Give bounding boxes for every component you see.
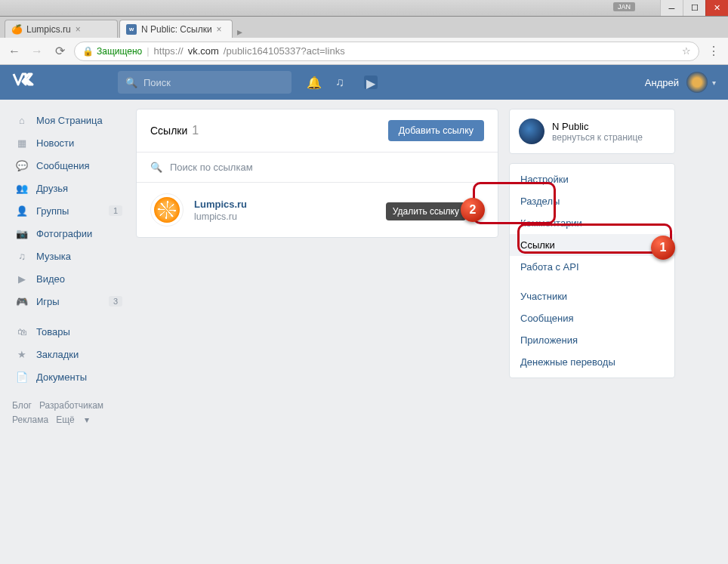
nav-label: Игры [36, 296, 60, 307]
settings-sections[interactable]: Разделы [510, 190, 674, 212]
footer-more[interactable]: Ещё ▾ [56, 415, 89, 425]
browser-tab-vk[interactable]: w N Public: Ссылки × [119, 20, 233, 38]
link-subtitle: lumpics.ru [194, 211, 247, 222]
search-icon: 🔍 [125, 77, 137, 88]
panel-header: Ссылки 1 Добавить ссылку [137, 109, 498, 153]
nav-market[interactable]: 🛍Товары [12, 320, 125, 343]
vk-header: 🔍 Поиск 🔔 ♫ ▶ Андрей ▾ [0, 65, 728, 100]
chevron-down-icon[interactable]: ▾ [712, 79, 716, 87]
group-name: N Public [552, 121, 643, 132]
group-avatar [519, 119, 544, 144]
camera-icon: 📷 [15, 227, 29, 240]
search-placeholder: Поиск по ссылкам [170, 162, 253, 173]
nav-games[interactable]: 🎮Игры3 [12, 290, 125, 313]
delete-tooltip: Удалить ссылку [386, 202, 466, 220]
vk-logo[interactable] [12, 71, 118, 94]
links-search[interactable]: 🔍 Поиск по ссылкам [137, 153, 498, 183]
nav-photos[interactable]: 📷Фотографии [12, 222, 125, 245]
nav-badge: 1 [109, 205, 122, 216]
window-minimize-button[interactable]: ─ [660, 0, 683, 16]
settings-money[interactable]: Денежные переводы [510, 351, 674, 373]
nav-friends[interactable]: 👥Друзья [12, 177, 125, 199]
menu-icon[interactable]: ⋮ [705, 43, 722, 60]
nav-messages[interactable]: 💬Сообщения [12, 154, 125, 177]
panel-title: Ссылки [150, 125, 187, 137]
tab-title: N Public: Ссылки [141, 24, 212, 35]
orange-icon: 🍊 [11, 24, 22, 35]
nav-groups[interactable]: 👤Группы1 [12, 199, 125, 222]
back-button[interactable]: ← [6, 43, 23, 60]
panel-count: 1 [192, 124, 199, 137]
username[interactable]: Андрей [645, 77, 679, 88]
settings-api[interactable]: Работа с API [510, 256, 674, 278]
settings-links[interactable]: Ссылки [510, 234, 674, 256]
close-icon[interactable]: × [76, 24, 81, 35]
nav-label: Группы [36, 205, 69, 217]
window-close-button[interactable]: ✕ [705, 0, 728, 16]
close-icon[interactable]: × [217, 24, 222, 35]
url-proto: https:// [154, 45, 184, 57]
header-search[interactable]: 🔍 Поиск [118, 71, 292, 94]
bag-icon: 🛍 [15, 325, 29, 338]
settings-main[interactable]: Настройки [510, 168, 674, 190]
nav-label: Видео [36, 273, 65, 285]
settings-comments[interactable]: Комментарии [510, 212, 674, 234]
nav-news[interactable]: ▦Новости [12, 131, 125, 154]
nav-label: Друзья [36, 183, 68, 194]
nav-music[interactable]: ♫Музыка [12, 245, 125, 267]
settings-messages[interactable]: Сообщения [510, 307, 674, 329]
lock-icon: 🔒 Защищено [82, 46, 142, 57]
play-icon[interactable]: ▶ [364, 76, 378, 89]
reload-button[interactable]: ⟳ [51, 43, 68, 60]
star-icon: ★ [15, 347, 29, 361]
footer-blog[interactable]: Блог [12, 400, 32, 411]
video-icon: ▶ [15, 272, 29, 285]
home-icon: ⌂ [15, 113, 29, 127]
music-icon: ♫ [15, 249, 29, 263]
nav-label: Музыка [36, 251, 71, 262]
footer-links: БлогРазработчикам РекламаЕщё ▾ [12, 399, 125, 427]
friends-icon: 👥 [15, 181, 29, 195]
browser-tab-lumpics[interactable]: 🍊 Lumpics.ru × [5, 20, 118, 38]
address-bar[interactable]: 🔒 Защищено | https://vk.com/public164105… [74, 42, 699, 61]
window-maximize-button[interactable]: ☐ [683, 0, 705, 16]
news-icon: ▦ [15, 136, 29, 149]
nav-label: Товары [36, 326, 70, 337]
orange-icon [154, 197, 180, 223]
groups-icon: 👤 [15, 204, 29, 217]
browser-toolbar: ← → ⟳ 🔒 Защищено | https://vk.com/public… [0, 38, 728, 65]
music-icon[interactable]: ♫ [335, 76, 349, 89]
nav-label: Фотографии [36, 228, 92, 239]
right-sidebar: N Public вернуться к странице Настройки … [509, 109, 675, 378]
search-icon: 🔍 [150, 162, 162, 173]
secure-label: Защищено [97, 46, 142, 57]
new-tab-button[interactable]: ▸ [237, 26, 242, 38]
link-title[interactable]: Lumpics.ru [194, 199, 247, 210]
link-row[interactable]: Lumpics.ru lumpics.ru ✕ Удалить ссылку [137, 183, 498, 237]
delete-link-button[interactable]: ✕ [470, 211, 480, 223]
nav-bookmarks[interactable]: ★Закладки [12, 343, 125, 365]
nav-my-page[interactable]: ⌂Моя Страница [12, 109, 125, 131]
forward-button[interactable]: → [29, 43, 45, 60]
nav-label: Сообщения [36, 160, 90, 171]
footer-dev[interactable]: Разработчикам [39, 400, 103, 411]
user-avatar[interactable] [686, 72, 708, 93]
jan-badge: JAN [613, 2, 635, 11]
page-content: ⌂Моя Страница ▦Новости 💬Сообщения 👥Друзь… [0, 100, 728, 564]
bell-icon[interactable]: 🔔 [307, 76, 320, 89]
star-icon[interactable]: ☆ [682, 45, 691, 57]
vk-icon: w [126, 24, 137, 35]
search-placeholder: Поиск [143, 77, 171, 88]
group-header[interactable]: N Public вернуться к странице [509, 109, 675, 154]
nav-badge: 3 [109, 296, 122, 307]
games-icon: 🎮 [15, 294, 29, 308]
back-to-page[interactable]: вернуться к странице [552, 132, 643, 143]
nav-documents[interactable]: 📄Документы [12, 365, 125, 388]
nav-video[interactable]: ▶Видео [12, 267, 125, 290]
settings-apps[interactable]: Приложения [510, 329, 674, 351]
add-link-button[interactable]: Добавить ссылку [388, 120, 484, 141]
left-nav: ⌂Моя Страница ▦Новости 💬Сообщения 👥Друзь… [12, 109, 125, 555]
settings-members[interactable]: Участники [510, 285, 674, 307]
document-icon: 📄 [15, 370, 29, 384]
footer-ads[interactable]: Реклама [12, 415, 48, 425]
